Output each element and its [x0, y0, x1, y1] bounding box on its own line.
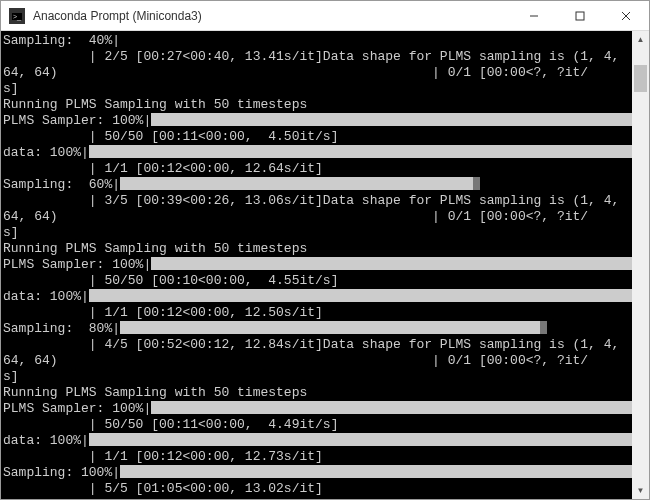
terminal-line: s] — [3, 81, 632, 97]
progress-bar-fill — [89, 145, 632, 158]
terminal-line: 64, 64) | 0/1 [00:00<?, ?it/ — [3, 209, 632, 225]
close-button[interactable] — [603, 1, 649, 30]
terminal-line: s] — [3, 225, 632, 241]
terminal-line: | 5/5 [01:05<00:00, 13.02s/it] — [3, 481, 632, 497]
svg-text:>_: >_ — [13, 13, 21, 21]
terminal-line: 64, 64) | 0/1 [00:00<?, ?it/ — [3, 65, 632, 81]
scroll-thumb[interactable] — [634, 65, 647, 91]
progress-bar-fill — [120, 465, 632, 478]
terminal-line: 64, 64) | 0/1 [00:00<?, ?it/ — [3, 353, 632, 369]
app-window: >_ Anaconda Prompt (Miniconda3) Sampling… — [0, 0, 650, 500]
terminal-line: | 1/1 [00:12<00:00, 12.73s/it] — [3, 449, 632, 465]
terminal-line: PLMS Sampler: 100%| — [3, 113, 632, 129]
scroll-down-arrow-icon[interactable]: ▼ — [632, 482, 649, 499]
terminal-line: Sampling: 40%| — [3, 33, 632, 49]
content-area: Sampling: 40%| | 2/5 [00:27<00:40, 13.41… — [1, 31, 649, 499]
terminal-line: Sampling: 80%| — [3, 321, 632, 337]
terminal-line: Running PLMS Sampling with 50 timesteps — [3, 97, 632, 113]
maximize-button[interactable] — [557, 1, 603, 30]
terminal-line: data: 100%| — [3, 433, 632, 449]
terminal-line: | 50/50 [00:10<00:00, 4.55it/s] — [3, 273, 632, 289]
terminal-line: | 1/1 [00:12<00:00, 12.64s/it] — [3, 161, 632, 177]
terminal-line: PLMS Sampler: 100%| — [3, 401, 632, 417]
terminal-line: Running PLMS Sampling with 50 timesteps — [3, 241, 632, 257]
terminal-line: s] — [3, 369, 632, 385]
terminal-output[interactable]: Sampling: 40%| | 2/5 [00:27<00:40, 13.41… — [1, 31, 632, 499]
progress-bar-fill — [151, 257, 632, 270]
svg-rect-4 — [576, 12, 584, 20]
minimize-button[interactable] — [511, 1, 557, 30]
progress-bar-fill — [151, 113, 632, 126]
terminal-line: PLMS Sampler: 100%| — [3, 257, 632, 273]
progress-bar-fill — [151, 401, 632, 414]
window-title: Anaconda Prompt (Miniconda3) — [33, 9, 511, 23]
terminal-line: | 4/5 [00:52<00:12, 12.84s/it]Data shape… — [3, 337, 632, 353]
progress-bar-fill — [120, 177, 473, 190]
scroll-up-arrow-icon[interactable]: ▲ — [632, 31, 649, 48]
terminal-line: | 3/5 [00:39<00:26, 13.06s/it]Data shape… — [3, 193, 632, 209]
terminal-line: | 50/50 [00:11<00:00, 4.49it/s] — [3, 417, 632, 433]
vertical-scrollbar[interactable]: ▲ ▼ — [632, 31, 649, 499]
progress-bar-fill — [89, 289, 632, 302]
terminal-line: Sampling: 60%| — [3, 177, 632, 193]
progress-bar-partial — [540, 321, 547, 334]
terminal-line: data: 100%| — [3, 289, 632, 305]
terminal-line: Sampling: 100%| — [3, 465, 632, 481]
progress-bar-fill — [89, 433, 632, 446]
terminal-line: | 50/50 [00:11<00:00, 4.50it/s] — [3, 129, 632, 145]
window-controls — [511, 1, 649, 30]
terminal-line: data: 100%| — [3, 145, 632, 161]
terminal-line: | 1/1 [00:12<00:00, 12.50s/it] — [3, 305, 632, 321]
progress-bar-partial — [473, 177, 480, 190]
terminal-line: | 2/5 [00:27<00:40, 13.41s/it]Data shape… — [3, 49, 632, 65]
terminal-line: Running PLMS Sampling with 50 timesteps — [3, 385, 632, 401]
titlebar[interactable]: >_ Anaconda Prompt (Miniconda3) — [1, 1, 649, 31]
app-icon: >_ — [9, 8, 25, 24]
progress-bar-fill — [120, 321, 540, 334]
